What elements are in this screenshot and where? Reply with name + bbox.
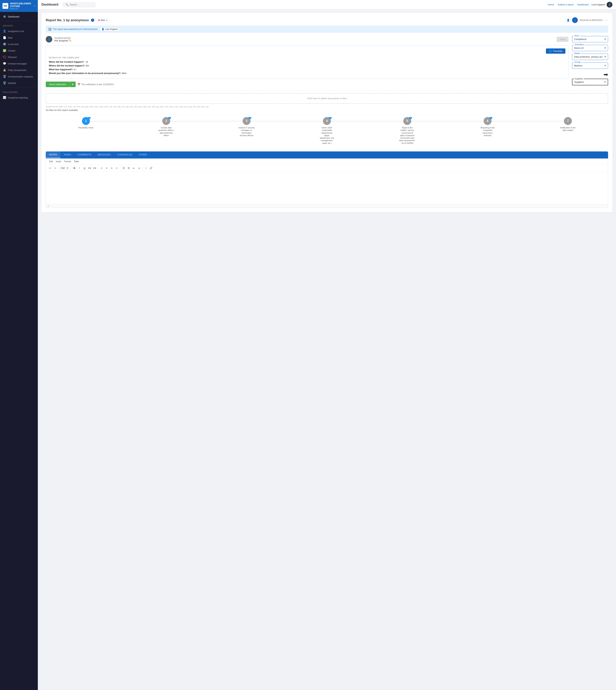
underline-button[interactable]: U [82,166,87,170]
search-input[interactable] [69,3,93,6]
user-menu[interactable]: Lisa Küppers 👤 [592,2,612,7]
step-2-label: Involve data protection officer / data p… [158,127,174,137]
area-field: Area Compliance [572,36,608,42]
assigned-avatar: 👤 [46,36,52,43]
complaint-field-1: Where did the incident happen?: köl [49,64,565,67]
subsidiary-field: Subsidiary Demo LK [572,45,608,51]
received-label: Received at 08/20/2024 [580,19,602,21]
arrow-container: ➡ [572,71,608,77]
area-select[interactable]: Compliance [572,36,608,42]
no-files-text: No files for this report available [46,109,608,111]
assigned-info: Assigned person: Not assigned ✏️ [54,37,72,42]
report-body: 👤 Assigned person: Not assigned ✏️ Save [46,36,608,88]
step-6: 6 i Reporting to the competent superviso… [447,117,528,137]
dashboard-link[interactable]: Dashboard [577,3,589,6]
report-info-icon[interactable]: i [91,19,94,22]
user-avatar: 👤 [607,2,612,7]
status-label: New [101,19,105,21]
subsidiary-label: Subsidiary [574,43,585,46]
step-1-label: Plausibility check [78,127,93,129]
sidebar-item-anon-requests[interactable]: 🗑️ Anonymization requests [0,73,38,80]
undo-button[interactable]: ↩ [48,166,52,170]
preparer-chip[interactable]: 👤 Lisa Küppers [100,27,120,31]
step-1-wrapper: 1 i [82,117,90,125]
in-process-icon: ⚙️ [3,43,6,46]
translate-icon: 🌐 [549,50,552,52]
highlight-button[interactable]: ✏▾ [92,166,97,170]
search-box[interactable]: 🔍 [63,2,95,7]
file-upload-area[interactable]: Click here to attach documents or files [46,93,608,104]
matter-label: Matter [574,52,581,54]
font-size-select[interactable]: 12pt [59,166,69,170]
sidebar-item-deleted[interactable]: 🗑️ Deleted [0,80,38,86]
step-3-label: Involve IT security managers or Informat… [239,127,255,137]
sidebar-item-new[interactable]: 📄 New [0,35,38,41]
assign-user-btn[interactable]: 👤 [572,17,578,23]
toolbar-sep-4 [142,166,142,170]
send-notification-button[interactable]: Send notification [46,82,69,87]
bold-button[interactable]: B [72,166,77,170]
translate-button[interactable]: 🌐 Translate [546,48,565,54]
preparer-name: Lisa Küppers [105,28,118,30]
redo-button[interactable]: ↪ [53,166,58,170]
sidebar-item-dashboard[interactable]: ⊞ Dashboard [0,13,38,20]
info-banner-icon: ℹ️ [48,28,51,30]
italic2-button[interactable]: I [144,166,148,170]
link-button[interactable]: 🔗 [149,166,153,170]
menu-table[interactable]: Table [72,160,81,163]
edit-assigned-icon[interactable]: ✏️ [69,39,72,42]
submit-report-link[interactable]: Submit a report [558,3,574,6]
step-7-circle[interactable]: 7 [564,117,572,125]
priority-select[interactable]: Medium [572,63,608,69]
sidebar-item-closed[interactable]: ✅ Closed [0,47,38,54]
italic-button[interactable]: I [77,166,82,170]
justify-button[interactable]: ≡ [114,166,119,170]
save-button[interactable]: Save [556,37,569,42]
tab-comments[interactable]: COMMENTS [74,151,94,158]
content-area: Report No. 1 by anonymous i New ▼ 👤 👤 Re… [38,9,616,690]
suppliers-select[interactable]: Suppliers [572,79,608,85]
send-notification-dropdown[interactable]: ▼ [69,82,76,87]
menu-format[interactable]: Format [63,160,72,163]
action-row: Send notification ▼ 📅 The notification i… [46,82,569,87]
step-3-info-badge: i [248,117,251,119]
subsidiary-select[interactable]: Demo LK [572,45,608,51]
report-header-right: 👤 👤 Received at 08/20/2024 ··· [565,17,608,23]
sidebar-header[interactable]: WB WHISTLEBLOWER SYSTEM Demo LK ‹ [0,0,38,12]
font-color-button[interactable]: A▾ [87,166,92,170]
matter-select[interactable]: Data protection, privacy and network / I… [572,54,608,60]
ordered-list-button[interactable]: ☰ [127,166,131,170]
indent-button[interactable]: ⇥ [136,166,141,170]
area-label: Area [574,35,579,37]
outdent-button[interactable]: ⇤ [131,166,136,170]
sidebar-item-graphical[interactable]: 📊 Graphical reporting [0,94,38,101]
status-chevron-icon: ▼ [106,19,108,21]
align-center-button[interactable]: ≡ [104,166,109,170]
sidebar-item-assigned[interactable]: 👤 Assigned to me [0,28,38,35]
tab-other[interactable]: OTHER [135,151,150,158]
tab-tasks[interactable]: TASKS [60,151,74,158]
anon-requests-icon: 🗑️ [3,75,6,78]
align-right-button[interactable]: ≡ [109,166,114,170]
info-banner: ℹ️ This report was prepared by an intern… [46,26,608,33]
editor-body[interactable] [46,172,608,204]
sidebar-item-in-process[interactable]: ⚙️ In process [0,41,38,47]
more-options-btn[interactable]: ··· [604,18,608,22]
align-left-button[interactable]: ≡ [99,166,104,170]
tab-messages[interactable]: MESSAGES [94,151,114,158]
tab-notes[interactable]: NOTES [46,151,60,158]
deleted-icon: 🗑️ [3,82,6,85]
sidebar-collapse-btn[interactable]: ‹ [35,4,35,7]
status-badge[interactable]: New ▼ [96,18,110,22]
bullet-list-button[interactable]: ☰ [122,166,126,170]
sidebar-item-unread[interactable]: 💬 Unread messages [0,60,38,67]
sidebar-item-refused[interactable]: 🚫 Refused [0,54,38,60]
menu-edit[interactable]: Edit [48,160,54,163]
sidebar-item-fully-anon[interactable]: 🔒 Fully anonymized [0,67,38,73]
tab-changelog[interactable]: CHANGELOG [114,151,135,158]
home-link[interactable]: Home [548,3,554,6]
menu-insert[interactable]: Insert [54,160,63,163]
assign-person-btn[interactable]: 👤 [565,17,571,23]
step-5: 5 i Reply to the notifier / person conce… [367,117,447,144]
notification-date: 📅 The notification is due 11/20/2024 [78,83,114,86]
